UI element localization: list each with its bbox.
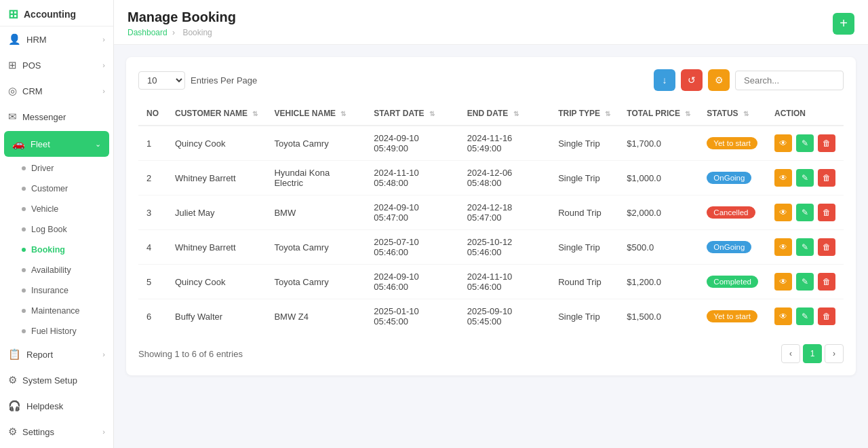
prev-page-button[interactable]: ‹ bbox=[781, 344, 800, 363]
dot-icon bbox=[22, 227, 26, 231]
status-badge: Yet to start bbox=[707, 137, 757, 149]
cell-action: 👁 ✎ 🗑 bbox=[766, 126, 844, 161]
sidebar-brand[interactable]: ⊞ Accounting bbox=[0, 0, 113, 26]
view-button[interactable]: 👁 bbox=[774, 307, 792, 325]
delete-button[interactable]: 🗑 bbox=[818, 204, 835, 221]
chevron-icon: › bbox=[102, 87, 105, 95]
sidebar-item-hrm[interactable]: 👤 HRM › bbox=[0, 26, 113, 52]
cell-customer: Whitney Barrett bbox=[167, 230, 266, 265]
messenger-icon: ✉ bbox=[8, 111, 17, 123]
action-icons: 👁 ✎ 🗑 bbox=[774, 134, 835, 152]
view-button[interactable]: 👁 bbox=[774, 169, 792, 187]
cell-action: 👁 ✎ 🗑 bbox=[766, 230, 844, 265]
edit-button[interactable]: ✎ bbox=[796, 307, 814, 325]
cell-trip: Round Trip bbox=[550, 195, 618, 230]
cell-customer: Buffy Walter bbox=[167, 299, 266, 334]
next-page-button[interactable]: › bbox=[825, 344, 844, 363]
view-button[interactable]: 👁 bbox=[774, 204, 792, 221]
breadcrumb-home[interactable]: Dashboard bbox=[127, 28, 167, 37]
sidebar-item-settings[interactable]: ⚙ Settings › bbox=[0, 419, 113, 445]
status-badge: Cancelled bbox=[707, 206, 755, 219]
page-title: Manage Booking bbox=[127, 10, 236, 25]
delete-button[interactable]: 🗑 bbox=[818, 307, 835, 325]
status-badge: Yet to start bbox=[707, 310, 757, 322]
sidebar-item-insurance[interactable]: Insurance bbox=[0, 280, 113, 301]
sidebar-label-systemsetup: System Setup bbox=[22, 375, 77, 386]
dot-icon bbox=[22, 268, 26, 272]
cell-status: Yet to start bbox=[698, 299, 766, 334]
edit-button[interactable]: ✎ bbox=[796, 169, 814, 187]
sidebar-item-availability[interactable]: Availability bbox=[0, 260, 113, 280]
delete-button[interactable]: 🗑 bbox=[818, 169, 835, 187]
sidebar-label-settings: Settings bbox=[22, 427, 54, 437]
sidebar-item-report[interactable]: 📋 Report › bbox=[0, 341, 113, 367]
col-no: NO bbox=[138, 102, 167, 126]
table-row: 6 Buffy Walter BMW Z4 2025-01-10 05:45:0… bbox=[138, 299, 844, 334]
cell-trip: Single Trip bbox=[550, 299, 618, 334]
helpdesk-icon: 🎧 bbox=[8, 400, 21, 412]
cell-price: $1,000.0 bbox=[618, 161, 698, 195]
main-area: Manage Booking Dashboard › Booking + 10 … bbox=[114, 0, 868, 448]
view-button[interactable]: 👁 bbox=[774, 238, 792, 256]
col-end: END DATE ⇅ bbox=[459, 102, 550, 126]
dot-icon bbox=[22, 187, 26, 191]
sidebar-item-driver[interactable]: Driver bbox=[0, 158, 113, 179]
delete-button[interactable]: 🗑 bbox=[818, 238, 835, 256]
sidebar-item-crm[interactable]: ◎ CRM › bbox=[0, 78, 113, 104]
add-booking-button[interactable]: + bbox=[833, 13, 854, 35]
refresh-button[interactable]: ↺ bbox=[681, 69, 703, 91]
sidebar-label-fuelhistory: Fuel History bbox=[31, 326, 77, 336]
view-button[interactable]: 👁 bbox=[774, 134, 792, 152]
edit-button[interactable]: ✎ bbox=[796, 134, 814, 152]
status-badge: OnGoing bbox=[707, 241, 751, 253]
sidebar-label-fleet: Fleet bbox=[31, 139, 50, 149]
sidebar-item-pos[interactable]: ⊞ POS › bbox=[0, 52, 113, 78]
sidebar-item-fleet[interactable]: 🚗 Fleet ⌄ bbox=[4, 131, 109, 157]
edit-button[interactable]: ✎ bbox=[796, 273, 814, 291]
cell-no: 4 bbox=[138, 230, 167, 265]
refresh-icon: ↺ bbox=[688, 75, 696, 86]
sort-icon: ⇅ bbox=[513, 110, 519, 117]
sidebar-item-customer[interactable]: Customer bbox=[0, 179, 113, 199]
sidebar-item-helpdesk[interactable]: 🎧 Helpdesk bbox=[0, 393, 113, 419]
sidebar-item-booking[interactable]: Booking bbox=[0, 240, 113, 260]
table-toolbar: 10 25 50 Entries Per Page ↓ ↺ ⚙ bbox=[138, 69, 844, 91]
cell-end: 2024-11-16 05:49:00 bbox=[459, 126, 550, 161]
cell-start: 2024-09-10 05:46:00 bbox=[366, 265, 459, 299]
sidebar-item-vehicle[interactable]: Vehicle bbox=[0, 199, 113, 219]
download-button[interactable]: ↓ bbox=[654, 69, 675, 91]
sidebar-label-maintenance: Maintenance bbox=[31, 306, 80, 316]
cell-start: 2025-07-10 05:46:00 bbox=[366, 230, 459, 265]
edit-button[interactable]: ✎ bbox=[796, 204, 814, 221]
sidebar-label-availability: Availability bbox=[31, 265, 71, 275]
sidebar-label-pos: POS bbox=[22, 60, 41, 71]
cell-price: $2,000.0 bbox=[618, 195, 698, 230]
cell-no: 6 bbox=[138, 299, 167, 334]
edit-button[interactable]: ✎ bbox=[796, 238, 814, 256]
page-1-button[interactable]: 1 bbox=[803, 344, 822, 363]
table-body: 1 Quincy Cook Toyota Camry 2024-09-10 05… bbox=[138, 126, 844, 333]
action-icons: 👁 ✎ 🗑 bbox=[774, 238, 835, 256]
sidebar-label-customer: Customer bbox=[31, 184, 68, 193]
sidebar-item-systemsetup[interactable]: ⚙ System Setup bbox=[0, 367, 113, 393]
table-settings-button[interactable]: ⚙ bbox=[708, 69, 730, 91]
table-row: 4 Whitney Barrett Toyota Camry 2025-07-1… bbox=[138, 230, 844, 265]
view-button[interactable]: 👁 bbox=[774, 273, 792, 291]
sidebar-item-fuelhistory[interactable]: Fuel History bbox=[0, 321, 113, 341]
sidebar-item-maintenance[interactable]: Maintenance bbox=[0, 301, 113, 321]
sidebar-label-helpdesk: Helpdesk bbox=[26, 401, 63, 411]
search-input[interactable] bbox=[735, 71, 844, 90]
cell-vehicle: Toyota Camry bbox=[266, 265, 366, 299]
dot-icon bbox=[22, 207, 26, 211]
sidebar-item-messenger[interactable]: ✉ Messenger bbox=[0, 104, 113, 130]
entries-per-page-select[interactable]: 10 25 50 bbox=[138, 71, 185, 90]
sidebar-label-crm: CRM bbox=[22, 86, 43, 96]
page-header: Manage Booking Dashboard › Booking + bbox=[114, 0, 868, 45]
delete-button[interactable]: 🗑 bbox=[818, 273, 835, 291]
breadcrumb-separator: › bbox=[172, 28, 175, 37]
cell-vehicle: Toyota Camry bbox=[266, 126, 366, 161]
delete-button[interactable]: 🗑 bbox=[818, 134, 835, 152]
sort-icon: ⇅ bbox=[685, 110, 690, 117]
table-row: 3 Juliet May BMW 2024-09-10 05:47:00 202… bbox=[138, 195, 844, 230]
sidebar-item-logbook[interactable]: Log Book bbox=[0, 219, 113, 240]
